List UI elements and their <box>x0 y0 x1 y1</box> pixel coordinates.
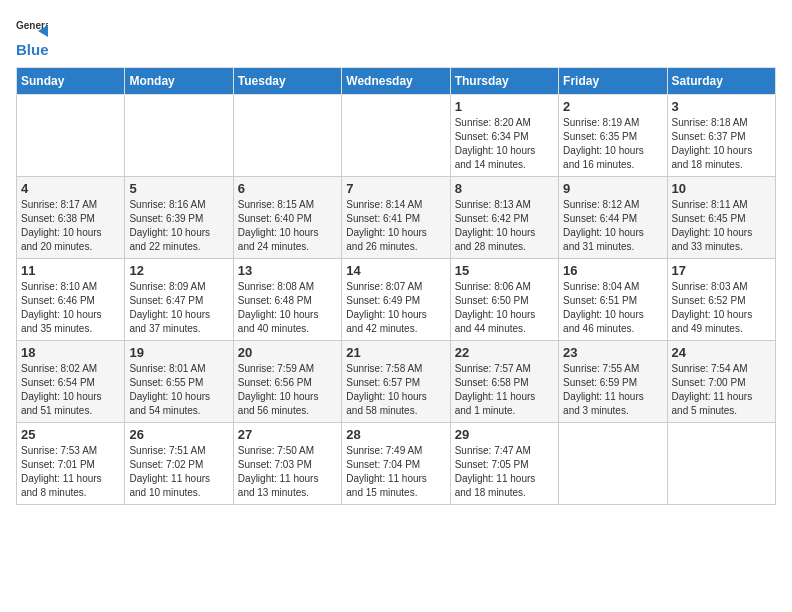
weekday-header: Sunday <box>17 67 125 94</box>
calendar-cell: 4Sunrise: 8:17 AM Sunset: 6:38 PM Daylig… <box>17 176 125 258</box>
logo: General Blue <box>16 16 49 59</box>
day-info: Sunrise: 8:17 AM Sunset: 6:38 PM Dayligh… <box>21 198 120 254</box>
calendar-week-row: 11Sunrise: 8:10 AM Sunset: 6:46 PM Dayli… <box>17 258 776 340</box>
day-number: 12 <box>129 263 228 278</box>
calendar-cell: 15Sunrise: 8:06 AM Sunset: 6:50 PM Dayli… <box>450 258 558 340</box>
calendar-cell <box>233 94 341 176</box>
day-number: 25 <box>21 427 120 442</box>
day-info: Sunrise: 8:04 AM Sunset: 6:51 PM Dayligh… <box>563 280 662 336</box>
calendar-cell: 19Sunrise: 8:01 AM Sunset: 6:55 PM Dayli… <box>125 340 233 422</box>
calendar-cell: 26Sunrise: 7:51 AM Sunset: 7:02 PM Dayli… <box>125 422 233 504</box>
day-info: Sunrise: 8:14 AM Sunset: 6:41 PM Dayligh… <box>346 198 445 254</box>
calendar-cell: 8Sunrise: 8:13 AM Sunset: 6:42 PM Daylig… <box>450 176 558 258</box>
calendar-cell: 10Sunrise: 8:11 AM Sunset: 6:45 PM Dayli… <box>667 176 775 258</box>
day-number: 19 <box>129 345 228 360</box>
day-number: 8 <box>455 181 554 196</box>
day-number: 3 <box>672 99 771 114</box>
logo-bird-icon: General <box>16 16 48 44</box>
day-number: 18 <box>21 345 120 360</box>
day-info: Sunrise: 8:18 AM Sunset: 6:37 PM Dayligh… <box>672 116 771 172</box>
day-info: Sunrise: 8:11 AM Sunset: 6:45 PM Dayligh… <box>672 198 771 254</box>
calendar-cell: 14Sunrise: 8:07 AM Sunset: 6:49 PM Dayli… <box>342 258 450 340</box>
weekday-header: Monday <box>125 67 233 94</box>
day-info: Sunrise: 8:07 AM Sunset: 6:49 PM Dayligh… <box>346 280 445 336</box>
calendar-cell: 11Sunrise: 8:10 AM Sunset: 6:46 PM Dayli… <box>17 258 125 340</box>
day-number: 29 <box>455 427 554 442</box>
calendar-cell <box>17 94 125 176</box>
logo-blue-text: Blue <box>16 42 49 59</box>
day-number: 1 <box>455 99 554 114</box>
day-info: Sunrise: 7:50 AM Sunset: 7:03 PM Dayligh… <box>238 444 337 500</box>
calendar-cell: 25Sunrise: 7:53 AM Sunset: 7:01 PM Dayli… <box>17 422 125 504</box>
day-number: 24 <box>672 345 771 360</box>
day-info: Sunrise: 8:12 AM Sunset: 6:44 PM Dayligh… <box>563 198 662 254</box>
calendar-cell <box>559 422 667 504</box>
calendar-header-row: SundayMondayTuesdayWednesdayThursdayFrid… <box>17 67 776 94</box>
calendar-cell: 2Sunrise: 8:19 AM Sunset: 6:35 PM Daylig… <box>559 94 667 176</box>
weekday-header: Wednesday <box>342 67 450 94</box>
calendar-cell: 5Sunrise: 8:16 AM Sunset: 6:39 PM Daylig… <box>125 176 233 258</box>
calendar-cell: 29Sunrise: 7:47 AM Sunset: 7:05 PM Dayli… <box>450 422 558 504</box>
day-info: Sunrise: 8:02 AM Sunset: 6:54 PM Dayligh… <box>21 362 120 418</box>
weekday-header: Friday <box>559 67 667 94</box>
calendar-cell: 21Sunrise: 7:58 AM Sunset: 6:57 PM Dayli… <box>342 340 450 422</box>
day-info: Sunrise: 8:13 AM Sunset: 6:42 PM Dayligh… <box>455 198 554 254</box>
calendar-cell: 18Sunrise: 8:02 AM Sunset: 6:54 PM Dayli… <box>17 340 125 422</box>
calendar-cell: 12Sunrise: 8:09 AM Sunset: 6:47 PM Dayli… <box>125 258 233 340</box>
day-info: Sunrise: 8:16 AM Sunset: 6:39 PM Dayligh… <box>129 198 228 254</box>
calendar-cell: 27Sunrise: 7:50 AM Sunset: 7:03 PM Dayli… <box>233 422 341 504</box>
day-number: 23 <box>563 345 662 360</box>
weekday-header: Thursday <box>450 67 558 94</box>
day-info: Sunrise: 8:19 AM Sunset: 6:35 PM Dayligh… <box>563 116 662 172</box>
day-info: Sunrise: 7:53 AM Sunset: 7:01 PM Dayligh… <box>21 444 120 500</box>
calendar-cell: 7Sunrise: 8:14 AM Sunset: 6:41 PM Daylig… <box>342 176 450 258</box>
day-info: Sunrise: 7:54 AM Sunset: 7:00 PM Dayligh… <box>672 362 771 418</box>
calendar-cell: 17Sunrise: 8:03 AM Sunset: 6:52 PM Dayli… <box>667 258 775 340</box>
day-info: Sunrise: 8:08 AM Sunset: 6:48 PM Dayligh… <box>238 280 337 336</box>
day-info: Sunrise: 8:10 AM Sunset: 6:46 PM Dayligh… <box>21 280 120 336</box>
calendar-week-row: 25Sunrise: 7:53 AM Sunset: 7:01 PM Dayli… <box>17 422 776 504</box>
calendar-week-row: 1Sunrise: 8:20 AM Sunset: 6:34 PM Daylig… <box>17 94 776 176</box>
calendar-cell: 13Sunrise: 8:08 AM Sunset: 6:48 PM Dayli… <box>233 258 341 340</box>
day-info: Sunrise: 7:51 AM Sunset: 7:02 PM Dayligh… <box>129 444 228 500</box>
day-number: 28 <box>346 427 445 442</box>
calendar-cell <box>667 422 775 504</box>
day-number: 7 <box>346 181 445 196</box>
day-number: 21 <box>346 345 445 360</box>
day-info: Sunrise: 8:01 AM Sunset: 6:55 PM Dayligh… <box>129 362 228 418</box>
day-number: 15 <box>455 263 554 278</box>
calendar-cell: 1Sunrise: 8:20 AM Sunset: 6:34 PM Daylig… <box>450 94 558 176</box>
day-info: Sunrise: 7:47 AM Sunset: 7:05 PM Dayligh… <box>455 444 554 500</box>
calendar-cell: 16Sunrise: 8:04 AM Sunset: 6:51 PM Dayli… <box>559 258 667 340</box>
day-info: Sunrise: 7:59 AM Sunset: 6:56 PM Dayligh… <box>238 362 337 418</box>
day-info: Sunrise: 7:55 AM Sunset: 6:59 PM Dayligh… <box>563 362 662 418</box>
calendar-week-row: 4Sunrise: 8:17 AM Sunset: 6:38 PM Daylig… <box>17 176 776 258</box>
day-number: 9 <box>563 181 662 196</box>
calendar-cell: 6Sunrise: 8:15 AM Sunset: 6:40 PM Daylig… <box>233 176 341 258</box>
day-info: Sunrise: 7:58 AM Sunset: 6:57 PM Dayligh… <box>346 362 445 418</box>
day-number: 26 <box>129 427 228 442</box>
calendar-week-row: 18Sunrise: 8:02 AM Sunset: 6:54 PM Dayli… <box>17 340 776 422</box>
calendar-cell: 22Sunrise: 7:57 AM Sunset: 6:58 PM Dayli… <box>450 340 558 422</box>
day-number: 4 <box>21 181 120 196</box>
calendar-cell: 28Sunrise: 7:49 AM Sunset: 7:04 PM Dayli… <box>342 422 450 504</box>
calendar-cell: 20Sunrise: 7:59 AM Sunset: 6:56 PM Dayli… <box>233 340 341 422</box>
day-info: Sunrise: 8:06 AM Sunset: 6:50 PM Dayligh… <box>455 280 554 336</box>
calendar-cell: 24Sunrise: 7:54 AM Sunset: 7:00 PM Dayli… <box>667 340 775 422</box>
day-number: 14 <box>346 263 445 278</box>
day-info: Sunrise: 8:20 AM Sunset: 6:34 PM Dayligh… <box>455 116 554 172</box>
day-info: Sunrise: 7:57 AM Sunset: 6:58 PM Dayligh… <box>455 362 554 418</box>
calendar-cell <box>125 94 233 176</box>
day-info: Sunrise: 8:09 AM Sunset: 6:47 PM Dayligh… <box>129 280 228 336</box>
day-info: Sunrise: 8:15 AM Sunset: 6:40 PM Dayligh… <box>238 198 337 254</box>
day-info: Sunrise: 8:03 AM Sunset: 6:52 PM Dayligh… <box>672 280 771 336</box>
day-number: 17 <box>672 263 771 278</box>
calendar-table: SundayMondayTuesdayWednesdayThursdayFrid… <box>16 67 776 505</box>
day-number: 6 <box>238 181 337 196</box>
day-info: Sunrise: 7:49 AM Sunset: 7:04 PM Dayligh… <box>346 444 445 500</box>
weekday-header: Tuesday <box>233 67 341 94</box>
page-header: General Blue <box>16 16 776 59</box>
calendar-cell <box>342 94 450 176</box>
day-number: 10 <box>672 181 771 196</box>
day-number: 16 <box>563 263 662 278</box>
